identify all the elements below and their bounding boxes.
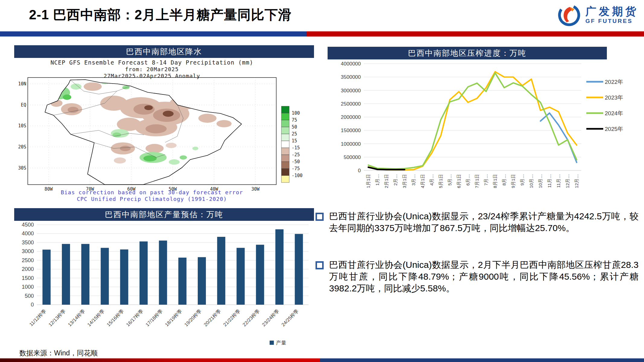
x-axis-label: 6月… xyxy=(465,174,470,186)
x-axis-label: 9月1日 xyxy=(511,174,516,188)
y-axis-label: 2000 xyxy=(22,266,34,272)
legend-label-2022年: 2022年 xyxy=(605,79,623,85)
map-legend-label: 100 xyxy=(292,110,300,116)
x-axis-label: 1月… xyxy=(375,174,380,186)
bar-17/18榨季 xyxy=(159,240,167,305)
gf-futures-logo: 广发期货 GF FUTURES xyxy=(556,2,639,28)
x-axis-label: 7月… xyxy=(483,174,489,186)
bullet-item-2: 巴西甘蔗行业协会(Unica)数据显示，2月下半月巴西中南部地区压榨甘蔗28.3… xyxy=(316,259,639,294)
map-subtitle-line: 27Mar2025-02Apr2025 Anomaly xyxy=(104,73,200,79)
map-legend-label: 75 xyxy=(292,117,297,123)
title-divider-bar xyxy=(0,31,644,37)
y-axis-label: 4000 xyxy=(22,230,34,237)
x-axis-label: 17/18榨季 xyxy=(145,308,164,327)
x-axis-label: 12月… xyxy=(574,174,579,188)
logo-text-cn: 广发期货 xyxy=(585,5,639,17)
slide: 2-1 巴西中南部：2月上半月糖产量同比下滑 广发期货 GF FUTURES 巴… xyxy=(0,0,644,362)
x-axis-label: 24/25榨季 xyxy=(280,308,300,327)
bullet-square-icon xyxy=(316,213,324,221)
map-xtick-label: 30W xyxy=(251,186,260,192)
bar-13/14榨季 xyxy=(81,244,89,305)
series-line-2024年 xyxy=(368,73,577,169)
map-legend-box xyxy=(281,120,289,127)
map-legend-box xyxy=(281,176,289,183)
map-legend-box xyxy=(281,127,289,134)
bar-15/16榨季 xyxy=(120,249,128,305)
x-axis-label: 14/15榨季 xyxy=(86,308,105,327)
y-axis-label: 2000000 xyxy=(341,114,361,120)
y-axis-label: 3500000 xyxy=(341,74,361,80)
map-legend-box xyxy=(281,155,289,162)
crushing-progress-chart: 0500000100000015000002000000250000030000… xyxy=(329,59,643,194)
legend-label-2023年: 2023年 xyxy=(605,94,623,101)
x-axis-label: 12月… xyxy=(565,174,570,188)
x-axis-label: 4月1日 xyxy=(420,174,425,188)
x-axis-label: 2月… xyxy=(393,174,398,186)
map-legend-box xyxy=(281,134,289,141)
bullet-square-icon xyxy=(316,261,324,269)
y-axis-label: 1000000 xyxy=(341,141,361,147)
production-estimate-chart: 05001000150020002500300035004000450011/1… xyxy=(14,221,314,349)
map-subtitle-line: NCEP GFS Ensemble Forecast 8-14 Day Prec… xyxy=(50,59,253,66)
map-legend-box xyxy=(281,106,289,113)
x-axis-label: 2月1日 xyxy=(384,174,389,188)
x-axis-label: 20/21榨季 xyxy=(203,308,222,327)
bullet-text-2: 巴西甘蔗行业协会(Unica)数据显示，2月下半月巴西中南部地区压榨甘蔗28.3… xyxy=(329,259,639,294)
bar-12/13榨季 xyxy=(62,244,70,305)
bar-11/12榨季 xyxy=(43,249,51,305)
y-axis-label: 1000 xyxy=(22,284,34,290)
bar-20/21榨季 xyxy=(217,237,225,305)
x-axis-label: 11月… xyxy=(556,174,561,188)
page-title: 2-1 巴西中南部：2月上半月糖产量同比下滑 xyxy=(29,6,292,24)
x-axis-label: 1月1日 xyxy=(366,174,371,188)
x-axis-label: 19/20榨季 xyxy=(184,308,203,327)
map-ytick-label: 10N xyxy=(18,81,26,87)
bar-legend-swatch xyxy=(270,341,274,345)
bar-16/17榨季 xyxy=(139,241,148,305)
x-axis-label: 10月… xyxy=(538,174,543,188)
y-axis-label: 3000000 xyxy=(341,88,361,94)
x-axis-label: 21/22榨季 xyxy=(222,308,241,327)
x-axis-label: 5月… xyxy=(447,174,452,186)
y-axis-label: 2500 xyxy=(22,257,34,263)
x-axis-label: 3月1日 xyxy=(402,174,407,188)
x-axis-label: 9月… xyxy=(520,174,525,186)
y-axis-label: 0 xyxy=(31,302,34,308)
x-axis-label: 5月1日 xyxy=(438,174,443,188)
x-axis-label: 16/17榨季 xyxy=(125,308,144,327)
x-axis-label: 15/16榨季 xyxy=(106,308,125,327)
bar-23/24榨季 xyxy=(275,229,284,305)
bullet-item-1: 巴西甘蔗行业协会(Unica)数据显示，23/24榨季累计产糖量为4242.5万… xyxy=(316,210,639,234)
x-axis-label: 8月1日 xyxy=(492,174,498,188)
x-axis-label: 3月… xyxy=(411,174,416,186)
legend-label-2024年: 2024年 xyxy=(605,110,623,116)
y-axis-label: 4000000 xyxy=(341,61,361,67)
y-axis-label: 0 xyxy=(358,168,361,173)
map-footer-line: CPC Unified Precip Climatology (1991-202… xyxy=(77,196,227,202)
line-chart-header: 巴西中南部地区压榨进度：万吨 xyxy=(328,47,607,59)
map-legend-label: -75 xyxy=(292,166,300,171)
y-axis-label: 3000 xyxy=(22,248,34,254)
x-axis-label: 10月… xyxy=(529,174,534,188)
map-color-legend: 10075502515-15-25-50-75-100 xyxy=(281,106,303,183)
bullet-text-1: 巴西甘蔗行业协会(Unica)数据显示，23/24榨季累计产糖量为4242.5万… xyxy=(329,210,639,234)
logo-text-en: GF FUTURES xyxy=(585,17,639,25)
x-axis-label: 13/14榨季 xyxy=(67,308,86,327)
series-line-2023年 xyxy=(368,72,577,170)
data-source-note: 数据来源：Wind，同花顺 xyxy=(19,348,98,358)
x-axis-label: 22/23榨季 xyxy=(242,308,261,327)
map-legend-label: 15 xyxy=(292,138,297,144)
map-footer-line: Bias correction based on past 30-day for… xyxy=(61,189,243,195)
footer-bar xyxy=(0,358,644,362)
x-axis-label: 18/19榨季 xyxy=(164,308,183,327)
x-axis-label: 12/13榨季 xyxy=(48,308,67,327)
map-legend-label: -50 xyxy=(292,159,300,164)
x-axis-label: 4月… xyxy=(429,174,434,186)
map-ytick-label: 10S xyxy=(18,123,26,129)
bar-chart-header: 巴西中南部地区产量预估：万吨 xyxy=(14,208,314,221)
x-axis-label: 11月… xyxy=(547,174,552,188)
y-axis-label: 2500000 xyxy=(341,101,361,107)
bar-19/20榨季 xyxy=(198,257,206,305)
map-panel-header: 巴西中南部地区降水 xyxy=(14,45,314,58)
y-axis-label: 4500 xyxy=(22,222,34,228)
